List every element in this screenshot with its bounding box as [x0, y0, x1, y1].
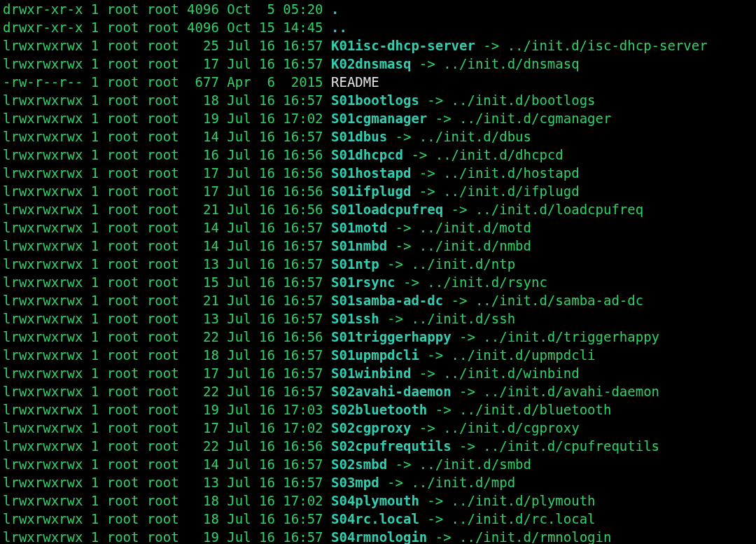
symlink-target: ../init.d/dnsmasq	[443, 56, 579, 71]
file-meta: lrwxrwxrwx 1 root root 15 Jul 16 16:57	[3, 274, 331, 290]
arrow-icon: ->	[379, 311, 412, 326]
symlink-target: ../init.d/mpd	[411, 475, 515, 490]
symlink-target: ../init.d/cgmanager	[459, 111, 611, 126]
symlink-name: S02bluetooth	[331, 402, 427, 417]
file-meta: drwxr-xr-x 1 root root 4096 Oct 5 05:20	[3, 1, 331, 17]
arrow-icon: ->	[419, 511, 451, 526]
file-meta: lrwxrwxrwx 1 root root 21 Jul 16 16:57	[3, 293, 331, 308]
symlink-name: S04rmnologin	[331, 529, 427, 544]
file-meta: lrwxrwxrwx 1 root root 18 Jul 16 16:57	[3, 347, 331, 363]
symlink-target: ../init.d/ntp	[411, 256, 515, 272]
symlink-name: K02dnsmasq	[331, 56, 411, 71]
file-meta: lrwxrwxrwx 1 root root 17 Jul 16 16:56	[3, 183, 331, 199]
listing-row: lrwxrwxrwx 1 root root 19 Jul 16 17:03 S…	[3, 400, 753, 419]
symlink-name: S02cgproxy	[331, 420, 411, 435]
listing-row: lrwxrwxrwx 1 root root 15 Jul 16 16:57 S…	[3, 273, 753, 291]
symlink-target: ../init.d/loadcpufreq	[475, 202, 643, 217]
symlink-target: ../init.d/ifplugd	[443, 183, 579, 199]
file-name: README	[331, 74, 379, 90]
file-meta: lrwxrwxrwx 1 root root 18 Jul 16 17:02	[3, 493, 331, 508]
symlink-target: ../init.d/ssh	[411, 311, 515, 326]
listing-row: lrwxrwxrwx 1 root root 25 Jul 16 16:57 K…	[3, 36, 753, 55]
symlink-name: S01triggerhappy	[331, 329, 451, 344]
file-meta: lrwxrwxrwx 1 root root 22 Jul 16 16:56	[3, 329, 331, 344]
arrow-icon: ->	[451, 438, 484, 454]
listing-row: lrwxrwxrwx 1 root root 22 Jul 16 16:57 S…	[3, 382, 753, 400]
file-meta: drwxr-xr-x 1 root root 4096 Oct 15 14:45	[3, 20, 331, 35]
arrow-icon: ->	[475, 38, 507, 53]
arrow-icon: ->	[419, 493, 451, 508]
listing-row: lrwxrwxrwx 1 root root 14 Jul 16 16:57 S…	[3, 455, 753, 473]
file-meta: lrwxrwxrwx 1 root root 14 Jul 16 16:57	[3, 220, 331, 235]
listing-row: drwxr-xr-x 1 root root 4096 Oct 5 05:20 …	[3, 0, 753, 18]
arrow-icon: ->	[427, 529, 459, 544]
symlink-target: ../init.d/dhcpcd	[435, 147, 564, 162]
dir-name: .	[331, 1, 339, 17]
arrow-icon: ->	[411, 183, 443, 199]
arrow-icon: ->	[419, 347, 451, 363]
symlink-name: S01ntp	[331, 256, 379, 272]
file-meta: lrwxrwxrwx 1 root root 22 Jul 16 16:57	[3, 384, 331, 399]
listing-row: lrwxrwxrwx 1 root root 14 Jul 16 16:57 S…	[3, 237, 753, 255]
listing-row: lrwxrwxrwx 1 root root 13 Jul 16 16:57 S…	[3, 309, 753, 328]
file-meta: lrwxrwxrwx 1 root root 17 Jul 16 16:57	[3, 56, 331, 71]
listing-row: lrwxrwxrwx 1 root root 14 Jul 16 16:57 S…	[3, 218, 753, 237]
arrow-icon: ->	[451, 329, 484, 344]
listing-row: lrwxrwxrwx 1 root root 14 Jul 16 16:57 S…	[3, 127, 753, 146]
symlink-target: ../init.d/cpufrequtils	[483, 438, 659, 454]
file-meta: lrwxrwxrwx 1 root root 21 Jul 16 16:56	[3, 202, 331, 217]
symlink-target: ../init.d/bluetooth	[459, 402, 611, 417]
file-meta: lrwxrwxrwx 1 root root 19 Jul 16 17:03	[3, 402, 331, 417]
file-meta: lrwxrwxrwx 1 root root 14 Jul 16 16:57	[3, 456, 331, 472]
symlink-name: S04rc.local	[331, 511, 419, 526]
file-meta: lrwxrwxrwx 1 root root 13 Jul 16 16:57	[3, 475, 331, 490]
file-meta: lrwxrwxrwx 1 root root 18 Jul 16 16:57	[3, 92, 331, 108]
symlink-name: K01isc-dhcp-server	[331, 38, 475, 53]
file-meta: lrwxrwxrwx 1 root root 19 Jul 16 16:57	[3, 529, 331, 544]
file-meta: lrwxrwxrwx 1 root root 16 Jul 16 16:56	[3, 147, 331, 162]
file-meta: lrwxrwxrwx 1 root root 13 Jul 16 16:57	[3, 311, 331, 326]
listing-row: lrwxrwxrwx 1 root root 17 Jul 16 17:02 S…	[3, 419, 753, 437]
listing-row: lrwxrwxrwx 1 root root 17 Jul 16 16:56 S…	[3, 182, 753, 200]
arrow-icon: ->	[387, 220, 419, 235]
file-meta: lrwxrwxrwx 1 root root 17 Jul 16 16:56	[3, 165, 331, 181]
symlink-name: S01dbus	[331, 129, 387, 144]
listing-row: lrwxrwxrwx 1 root root 22 Jul 16 16:56 S…	[3, 328, 753, 346]
arrow-icon: ->	[451, 384, 484, 399]
symlink-name: S03mpd	[331, 475, 379, 490]
symlink-name: S01rsync	[331, 274, 396, 290]
symlink-name: S02avahi-daemon	[331, 384, 451, 399]
symlink-target: ../init.d/winbind	[443, 365, 579, 381]
symlink-target: ../init.d/smbd	[419, 456, 531, 472]
arrow-icon: ->	[403, 147, 435, 162]
listing-row: lrwxrwxrwx 1 root root 17 Jul 16 16:56 S…	[3, 164, 753, 182]
file-meta: lrwxrwxrwx 1 root root 13 Jul 16 16:57	[3, 256, 331, 272]
listing-row: lrwxrwxrwx 1 root root 18 Jul 16 16:57 S…	[3, 91, 753, 109]
file-meta: -rw-r--r-- 1 root root 677 Apr 6 2015	[3, 74, 331, 90]
listing-row: -rw-r--r-- 1 root root 677 Apr 6 2015 RE…	[3, 73, 753, 91]
symlink-name: S01upmpdcli	[331, 347, 419, 363]
arrow-icon: ->	[427, 402, 459, 417]
file-meta: lrwxrwxrwx 1 root root 25 Jul 16 16:57	[3, 38, 331, 53]
file-meta: lrwxrwxrwx 1 root root 19 Jul 16 17:02	[3, 111, 331, 126]
symlink-target: ../init.d/motd	[419, 220, 531, 235]
arrow-icon: ->	[411, 365, 443, 381]
symlink-target: ../init.d/cgproxy	[443, 420, 579, 435]
arrow-icon: ->	[379, 475, 412, 490]
listing-row: lrwxrwxrwx 1 root root 19 Jul 16 16:57 S…	[3, 528, 753, 544]
file-meta: lrwxrwxrwx 1 root root 17 Jul 16 16:57	[3, 365, 331, 381]
symlink-name: S02cpufrequtils	[331, 438, 451, 454]
symlink-target: ../init.d/plymouth	[451, 493, 596, 508]
listing-row: lrwxrwxrwx 1 root root 18 Jul 16 17:02 S…	[3, 491, 753, 510]
symlink-name: S01samba-ad-dc	[331, 293, 443, 308]
symlink-name: S01motd	[331, 220, 387, 235]
listing-row: lrwxrwxrwx 1 root root 13 Jul 16 16:57 S…	[3, 255, 753, 273]
symlink-name: S01ifplugd	[331, 183, 411, 199]
symlink-name: S04plymouth	[331, 493, 419, 508]
arrow-icon: ->	[387, 238, 419, 253]
arrow-icon: ->	[419, 92, 451, 108]
symlink-name: S01hostapd	[331, 165, 411, 181]
symlink-target: ../init.d/isc-dhcp-server	[507, 38, 708, 53]
arrow-icon: ->	[387, 456, 419, 472]
listing-row: lrwxrwxrwx 1 root root 17 Jul 16 16:57 K…	[3, 55, 753, 73]
